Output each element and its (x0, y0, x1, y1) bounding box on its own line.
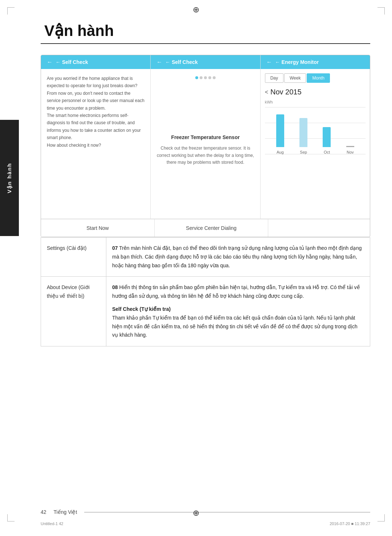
settings-text: Trên màn hình Cài đặt, bạn có thể theo d… (112, 245, 362, 268)
footer-line (84, 512, 370, 512)
bar-oct: Oct (323, 127, 331, 154)
meta-left: Untitled-1 42 (41, 521, 63, 526)
main-content: Vận hành ← ← Self Check Are you worried … (19, 0, 392, 361)
dot-2 (200, 76, 203, 79)
bar-aug-rect (276, 114, 284, 147)
corner-mark-br (377, 514, 385, 521)
about-content: 08 Hiển thị thông tin sản phẩm bao gồm p… (106, 277, 370, 346)
sidebar-label: Vận hành (6, 163, 13, 193)
page-title: Vận hành (41, 22, 370, 40)
dot-1 (195, 76, 198, 79)
panel3-header: ← ← Energy Monitor (261, 55, 370, 69)
tab-month[interactable]: Month (307, 73, 330, 83)
energy-chart: kWh Aug (265, 100, 366, 165)
panel1-header: ← ← Self Check (41, 55, 150, 69)
bar-oct-label: Oct (324, 150, 330, 154)
sensor-title: Freezer Temperature Sensor (171, 133, 240, 141)
panel1-body: Are you worried if the home appliance th… (41, 69, 150, 219)
panel3-body: Day Week Month < Nov 2015 kWh (261, 69, 370, 170)
table-row-settings: Settings (Cài đặt) 07 Trên màn hình Cài … (41, 237, 370, 277)
settings-label: Settings (Cài đặt) (41, 237, 106, 277)
panel1-header-label: ← Self Check (56, 59, 88, 65)
panels-container: ← ← Self Check Are you worried if the ho… (41, 55, 370, 219)
bar-nov-rect (346, 146, 354, 147)
about-label: About Device (Giớithiệu về thiết bị) (41, 277, 106, 346)
month-year-label: Nov 2015 (270, 88, 302, 96)
dot-5 (213, 76, 216, 79)
month-nav: < Nov 2015 (265, 88, 366, 96)
panel2-header: ← ← Self Check (151, 55, 260, 69)
panel-freezer-sensor: ← ← Self Check Freezer Temperature Senso… (151, 55, 260, 219)
dot-3 (204, 76, 207, 79)
panel-energy-monitor: ← ← Energy Monitor Day Week Month < Nov … (261, 55, 370, 219)
bar-sep: Sep (299, 118, 307, 154)
corner-mark-bl (7, 514, 15, 521)
service-center-button[interactable]: Service Center Dialing (155, 219, 268, 237)
bottom-buttons: Start Now Service Center Dialing (41, 219, 370, 237)
corner-mark-tl (7, 7, 15, 15)
footer-page-number: 42 (41, 509, 46, 515)
bar-aug: Aug (276, 114, 284, 154)
footer-language: Tiếng Việt (54, 509, 77, 515)
content-table: Settings (Cài đặt) 07 Trên màn hình Cài … (41, 237, 370, 346)
energy-tabs: Day Week Month (265, 73, 366, 83)
tab-day[interactable]: Day (265, 73, 283, 83)
tab-week[interactable]: Week (284, 73, 306, 83)
corner-mark-tr (377, 7, 385, 15)
about-text: Hiển thị thông tin sản phẩm bao gồm phiê… (112, 284, 360, 299)
app-ui: ← ← Self Check Are you worried if the ho… (41, 55, 370, 237)
bar-oct-rect (323, 127, 331, 147)
dot-4 (208, 76, 211, 79)
bar-sep-rect (299, 118, 307, 147)
kwh-label: kWh (265, 100, 273, 104)
prev-month-icon[interactable]: < (265, 89, 268, 96)
start-now-button[interactable]: Start Now (41, 219, 155, 237)
button-spacer (268, 219, 370, 237)
panel2-body: Freezer Temperature Sensor Check out the… (151, 69, 260, 219)
table-row-about: About Device (Giớithiệu về thiết bị) 08 … (41, 277, 370, 346)
panel-self-check-intro: ← ← Self Check Are you worried if the ho… (41, 55, 151, 219)
panel3-header-label: ← Energy Monitor (275, 59, 319, 65)
footer: 42 Tiếng Việt (19, 509, 392, 515)
panel1-text: Are you worried if the home appliance th… (47, 75, 144, 149)
bar-nov: Nov (346, 146, 354, 154)
meta-bar: Untitled-1 42 2016-07-20 ■ 11:39:27 (19, 521, 392, 526)
settings-number: 07 (112, 245, 118, 251)
panel2-header-label: ← Self Check (165, 59, 197, 65)
bar-aug-label: Aug (277, 150, 284, 154)
chart-bars: Aug Sep Oct (269, 107, 362, 154)
sidebar: Vận hành (0, 120, 19, 236)
target-symbol-bottom: ⊕ (193, 508, 199, 518)
back-arrow-icon2: ← (156, 59, 162, 65)
meta-right: 2016-07-20 ■ 11:39:27 (330, 521, 370, 526)
self-check-sub-label: Self Check (Tự kiểm tra) (112, 305, 364, 314)
bar-nov-label: Nov (347, 150, 354, 154)
settings-content: 07 Trên màn hình Cài đặt, bạn có thể the… (106, 237, 370, 277)
self-check-text: Tham khảo phần Tự kiểm tra để bạn có thể… (112, 315, 358, 338)
back-arrow-icon: ← (47, 59, 53, 65)
back-arrow-icon3: ← (266, 59, 272, 65)
page-dots (195, 76, 216, 79)
bar-sep-label: Sep (300, 150, 307, 154)
title-underline (41, 43, 370, 44)
about-number: 08 (112, 284, 118, 290)
sensor-desc: Check out the freezer temperature sensor… (156, 145, 254, 166)
target-symbol-top: ⊕ (193, 5, 199, 15)
